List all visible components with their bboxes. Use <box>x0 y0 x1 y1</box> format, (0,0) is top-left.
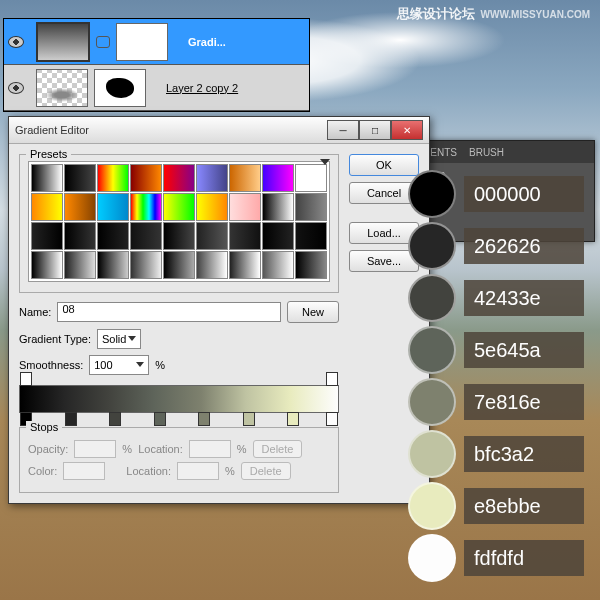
color-palette-list: 00000026262642433e5e645a7e816ebfc3a2e8eb… <box>408 170 584 582</box>
color-stop[interactable] <box>287 412 299 426</box>
color-stop[interactable] <box>154 412 166 426</box>
color-hex-label: 7e816e <box>464 384 584 420</box>
preset-swatch[interactable] <box>295 251 327 279</box>
preset-swatch[interactable] <box>130 193 162 221</box>
color-stop[interactable] <box>109 412 121 426</box>
preset-swatch[interactable] <box>31 164 63 192</box>
opacity-stop[interactable] <box>326 372 338 386</box>
preset-swatch[interactable] <box>130 164 162 192</box>
preset-swatch[interactable] <box>229 193 261 221</box>
preset-swatch[interactable] <box>64 251 96 279</box>
location-input <box>177 462 219 480</box>
smoothness-label: Smoothness: <box>19 359 83 371</box>
dialog-title: Gradient Editor <box>15 124 327 136</box>
preset-swatch[interactable] <box>229 164 261 192</box>
gradient-type-dropdown[interactable]: Solid <box>97 329 141 349</box>
preset-swatch[interactable] <box>262 164 294 192</box>
color-hex-label: fdfdfd <box>464 540 584 576</box>
preset-swatch[interactable] <box>97 164 129 192</box>
preset-swatch[interactable] <box>196 164 228 192</box>
color-swatch <box>408 170 456 218</box>
preset-swatch[interactable] <box>163 193 195 221</box>
opacity-input <box>74 440 116 458</box>
color-label: Color: <box>28 465 57 477</box>
link-icon[interactable] <box>96 36 110 48</box>
preset-swatch[interactable] <box>97 251 129 279</box>
presets-grid <box>28 161 330 282</box>
name-input[interactable]: 08 <box>57 302 281 322</box>
preset-swatch[interactable] <box>31 222 63 250</box>
color-swatch <box>408 430 456 478</box>
preset-swatch[interactable] <box>262 222 294 250</box>
titlebar[interactable]: Gradient Editor ─ □ ✕ <box>9 117 429 144</box>
preset-swatch[interactable] <box>229 222 261 250</box>
preset-swatch[interactable] <box>31 251 63 279</box>
preset-swatch[interactable] <box>130 251 162 279</box>
minimize-button[interactable]: ─ <box>327 120 359 140</box>
tab-brush[interactable]: BRUSH <box>469 147 504 158</box>
opacity-label: Opacity: <box>28 443 68 455</box>
location-label: Location: <box>126 465 171 477</box>
color-stop[interactable] <box>243 412 255 426</box>
preset-swatch[interactable] <box>295 164 327 192</box>
close-button[interactable]: ✕ <box>391 120 423 140</box>
color-item: e8ebbe <box>408 482 584 530</box>
mask-thumbnail[interactable] <box>116 23 168 61</box>
preset-swatch[interactable] <box>64 193 96 221</box>
preset-swatch[interactable] <box>295 222 327 250</box>
visibility-toggle[interactable] <box>4 36 28 48</box>
preset-swatch[interactable] <box>163 222 195 250</box>
eye-icon <box>8 82 24 94</box>
layer-thumbnail[interactable] <box>36 69 88 107</box>
gradient-preview-bar[interactable] <box>19 385 339 413</box>
preset-swatch[interactable] <box>130 222 162 250</box>
preset-swatch[interactable] <box>262 251 294 279</box>
preset-swatch[interactable] <box>196 193 228 221</box>
preset-swatch[interactable] <box>196 251 228 279</box>
color-swatch <box>408 534 456 582</box>
layer-thumbnail[interactable] <box>36 22 90 62</box>
visibility-toggle[interactable] <box>4 82 28 94</box>
preset-swatch[interactable] <box>64 164 96 192</box>
color-stop[interactable] <box>198 412 210 426</box>
stops-fieldset: Stops Opacity: % Location: % Delete Colo… <box>19 427 339 493</box>
preset-swatch[interactable] <box>229 251 261 279</box>
layer-name[interactable]: Layer 2 copy 2 <box>154 82 309 94</box>
preset-swatch[interactable] <box>31 193 63 221</box>
color-swatch <box>408 222 456 270</box>
color-hex-label: 42433e <box>464 280 584 316</box>
preset-swatch[interactable] <box>196 222 228 250</box>
new-button[interactable]: New <box>287 301 339 323</box>
layer-row-copy[interactable]: Layer 2 copy 2 <box>4 65 309 111</box>
smoothness-input[interactable]: 100 <box>89 355 149 375</box>
stops-label: Stops <box>26 421 62 433</box>
layer-name[interactable]: Gradi... <box>176 36 309 48</box>
color-hex-label: 262626 <box>464 228 584 264</box>
color-swatch <box>408 274 456 322</box>
preset-swatch[interactable] <box>163 164 195 192</box>
location-label: Location: <box>138 443 183 455</box>
gradient-editor-dialog: Gradient Editor ─ □ ✕ Presets Name: 08 N… <box>8 116 430 504</box>
maximize-button[interactable]: □ <box>359 120 391 140</box>
delete-button: Delete <box>241 462 291 480</box>
location-input <box>189 440 231 458</box>
mask-thumbnail[interactable] <box>94 69 146 107</box>
preset-swatch[interactable] <box>64 222 96 250</box>
presets-fieldset: Presets <box>19 154 339 293</box>
preset-swatch[interactable] <box>97 193 129 221</box>
opacity-stop[interactable] <box>20 372 32 386</box>
preset-swatch[interactable] <box>97 222 129 250</box>
color-stop[interactable] <box>326 412 338 426</box>
color-stop[interactable] <box>65 412 77 426</box>
preset-swatch[interactable] <box>163 251 195 279</box>
layer-row-gradient[interactable]: Gradi... <box>4 19 309 65</box>
presets-menu-icon[interactable] <box>320 159 330 165</box>
color-swatch <box>408 482 456 530</box>
color-hex-label: 5e645a <box>464 332 584 368</box>
watermark: 思缘设计论坛WWW.MISSYUAN.COM <box>397 5 590 23</box>
preset-swatch[interactable] <box>295 193 327 221</box>
color-item: 7e816e <box>408 378 584 426</box>
color-item: 5e645a <box>408 326 584 374</box>
preset-swatch[interactable] <box>262 193 294 221</box>
color-item: 42433e <box>408 274 584 322</box>
